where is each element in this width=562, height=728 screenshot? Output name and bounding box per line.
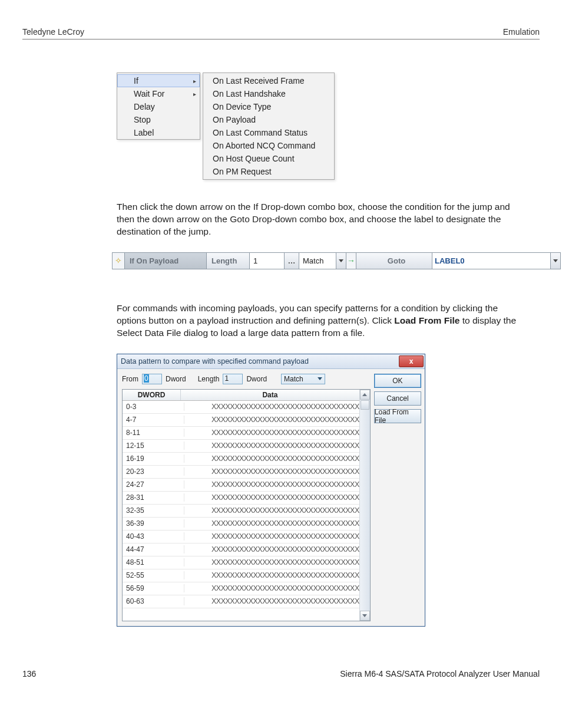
table-row[interactable]: 40-43XXXXXXXXXXXXXXXXXXXXXXXXXXXXXXXX <box>123 531 359 543</box>
table-row[interactable]: 32-35XXXXXXXXXXXXXXXXXXXXXXXXXXXXXXXX <box>123 505 359 518</box>
data-cell[interactable]: XXXXXXXXXXXXXXXXXXXXXXXXXXXXXXXX <box>184 532 359 541</box>
match-label: Match <box>299 253 336 269</box>
table-row[interactable]: 24-27XXXXXXXXXXXXXXXXXXXXXXXXXXXXXXXX <box>123 479 359 492</box>
table-row[interactable]: 56-59XXXXXXXXXXXXXXXXXXXXXXXXXXXXXXXX <box>123 582 359 595</box>
data-cell[interactable]: XXXXXXXXXXXXXXXXXXXXXXXXXXXXXXXX <box>184 416 359 424</box>
data-cell[interactable]: XXXXXXXXXXXXXXXXXXXXXXXXXXXXXXXX <box>184 558 359 566</box>
from-input[interactable]: 0 <box>142 374 162 384</box>
goto-arrow-icon: → <box>346 253 356 269</box>
pattern-table: DWORD Data 0-3XXXXXXXXXXXXXXXXXXXXXXXXXX… <box>122 389 371 621</box>
goto-dropdown[interactable] <box>551 253 560 269</box>
data-pattern-dialog: Data pattern to compare with specified c… <box>117 354 425 627</box>
data-cell[interactable]: XXXXXXXXXXXXXXXXXXXXXXXXXXXXXXXX <box>184 597 359 605</box>
dword-range-cell: 0-3 <box>123 403 184 411</box>
table-row[interactable]: 16-19XXXXXXXXXXXXXXXXXXXXXXXXXXXXXXXX <box>123 453 359 466</box>
data-cell[interactable]: XXXXXXXXXXXXXXXXXXXXXXXXXXXXXXXX <box>184 519 359 528</box>
menu-right-item[interactable]: On Payload <box>203 113 334 126</box>
ok-button[interactable]: OK <box>374 374 421 388</box>
submenu-arrow-icon: ▸ <box>193 91 196 97</box>
table-row[interactable]: 4-7XXXXXXXXXXXXXXXXXXXXXXXXXXXXXXXX <box>123 414 359 427</box>
menu-item-label: Label <box>134 128 154 137</box>
length-label-dlg: Length <box>198 375 220 383</box>
dword-range-cell: 36-39 <box>123 519 184 528</box>
menu-right-item[interactable]: On Host Queue Count <box>203 152 334 165</box>
table-row[interactable]: 12-15XXXXXXXXXXXXXXXXXXXXXXXXXXXXXXXX <box>123 440 359 453</box>
paragraph-1: Then click the down arrow on the If Drop… <box>117 201 528 238</box>
length-label: Length <box>207 253 250 269</box>
dword-range-cell: 20-23 <box>123 467 184 476</box>
menu-left-item[interactable]: Wait For▸ <box>117 87 200 100</box>
table-row[interactable]: 36-39XXXXXXXXXXXXXXXXXXXXXXXXXXXXXXXX <box>123 518 359 531</box>
dword-range-cell: 4-7 <box>123 416 184 424</box>
menu-left-item[interactable]: If▸ <box>117 74 200 87</box>
menu-left-item[interactable]: Label <box>117 126 200 139</box>
close-button[interactable]: x <box>399 355 424 367</box>
page-number: 136 <box>22 669 36 678</box>
data-cell[interactable]: XXXXXXXXXXXXXXXXXXXXXXXXXXXXXXXX <box>184 442 359 450</box>
menu-right-item[interactable]: On Aborted NCQ Command <box>203 139 334 152</box>
menu-right-item[interactable]: On PM Request <box>203 165 334 178</box>
dword-range-cell: 24-27 <box>123 480 184 489</box>
options-button[interactable]: … <box>285 253 299 269</box>
menu-left-item[interactable]: Stop <box>117 113 200 126</box>
data-cell[interactable]: XXXXXXXXXXXXXXXXXXXXXXXXXXXXXXXX <box>184 454 359 463</box>
data-cell[interactable]: XXXXXXXXXXXXXXXXXXXXXXXXXXXXXXXX <box>184 545 359 554</box>
menu-item-label: Stop <box>134 115 151 124</box>
if-title: If On Payload <box>125 253 207 269</box>
length-input[interactable]: 1 <box>250 253 285 269</box>
menu-right-item[interactable]: On Last Handshake <box>203 87 334 100</box>
dword-range-cell: 40-43 <box>123 532 184 541</box>
data-cell[interactable]: XXXXXXXXXXXXXXXXXXXXXXXXXXXXXXXX <box>184 480 359 489</box>
cancel-button[interactable]: Cancel <box>374 391 421 406</box>
footer-title: Sierra M6-4 SAS/SATA Protocol Analyzer U… <box>340 669 540 678</box>
table-row[interactable]: 52-55XXXXXXXXXXXXXXXXXXXXXXXXXXXXXXXX <box>123 569 359 582</box>
col-dword-header: DWORD <box>123 390 181 400</box>
goto-target-input[interactable]: LABEL0 <box>432 253 551 269</box>
col-data-header: Data <box>181 390 359 400</box>
table-row[interactable]: 28-31XXXXXXXXXXXXXXXXXXXXXXXXXXXXXXXX <box>123 492 359 505</box>
table-row[interactable]: 20-23XXXXXXXXXXXXXXXXXXXXXXXXXXXXXXXX <box>123 466 359 479</box>
table-row[interactable]: 44-47XXXXXXXXXXXXXXXXXXXXXXXXXXXXXXXX <box>123 543 359 556</box>
data-cell[interactable]: XXXXXXXXXXXXXXXXXXXXXXXXXXXXXXXX <box>184 467 359 476</box>
menu-item-label: If <box>134 76 138 85</box>
menu-right-item[interactable]: On Device Type <box>203 100 334 113</box>
data-cell[interactable]: XXXXXXXXXXXXXXXXXXXXXXXXXXXXXXXX <box>184 403 359 411</box>
dword-label-1: Dword <box>166 375 186 383</box>
dword-range-cell: 32-35 <box>123 506 184 515</box>
table-row[interactable]: 60-63XXXXXXXXXXXXXXXXXXXXXXXXXXXXXXXX <box>123 595 359 608</box>
dialog-controls-row: From 0 Dword Length 1 Dword Match <box>122 374 371 384</box>
header-right: Emulation <box>503 27 540 37</box>
dword-range-cell: 12-15 <box>123 442 184 450</box>
data-cell[interactable]: XXXXXXXXXXXXXXXXXXXXXXXXXXXXXXXX <box>184 506 359 515</box>
menu-right-item[interactable]: On Last Received Frame <box>203 74 334 87</box>
paragraph-2: For commands with incoming payloads, you… <box>117 302 528 340</box>
data-cell[interactable]: XXXXXXXXXXXXXXXXXXXXXXXXXXXXXXXX <box>184 429 359 437</box>
table-row[interactable]: 8-11XXXXXXXXXXXXXXXXXXXXXXXXXXXXXXXX <box>123 427 359 440</box>
menu-left-item[interactable]: Delay <box>117 100 200 113</box>
data-cell[interactable]: XXXXXXXXXXXXXXXXXXXXXXXXXXXXXXXX <box>184 493 359 502</box>
scroll-down-button[interactable] <box>360 611 370 621</box>
dword-range-cell: 44-47 <box>123 545 184 554</box>
dword-range-cell: 16-19 <box>123 454 184 463</box>
scroll-up-button[interactable] <box>360 390 370 400</box>
scroll-thumb[interactable] <box>361 400 369 410</box>
table-row[interactable]: 48-51XXXXXXXXXXXXXXXXXXXXXXXXXXXXXXXX <box>123 556 359 569</box>
dword-label-2: Dword <box>246 375 267 383</box>
dword-range-cell: 48-51 <box>123 558 184 566</box>
length-input-dlg[interactable]: 1 <box>223 374 243 384</box>
data-cell[interactable]: XXXXXXXXXXXXXXXXXXXXXXXXXXXXXXXX <box>184 584 359 592</box>
table-scrollbar[interactable] <box>359 390 370 621</box>
goto-label: Goto <box>356 253 432 269</box>
dialog-title: Data pattern to compare with specified c… <box>121 357 309 365</box>
dword-range-cell: 52-55 <box>123 571 184 579</box>
header-left: Teledyne LeCroy <box>22 27 84 37</box>
menu-right-item[interactable]: On Last Command Status <box>203 126 334 139</box>
match-dropdown[interactable] <box>336 253 346 269</box>
load-from-file-button[interactable]: Load From File <box>374 409 421 423</box>
context-menu-screenshot: If▸Wait For▸DelayStopLabel On Last Recei… <box>117 73 528 180</box>
data-cell[interactable]: XXXXXXXXXXXXXXXXXXXXXXXXXXXXXXXX <box>184 571 359 579</box>
from-label: From <box>122 375 138 383</box>
table-row[interactable]: 0-3XXXXXXXXXXXXXXXXXXXXXXXXXXXXXXXX <box>123 401 359 414</box>
match-combo[interactable]: Match <box>281 374 325 384</box>
menu-right-panel: On Last Received FrameOn Last HandshakeO… <box>203 73 335 180</box>
